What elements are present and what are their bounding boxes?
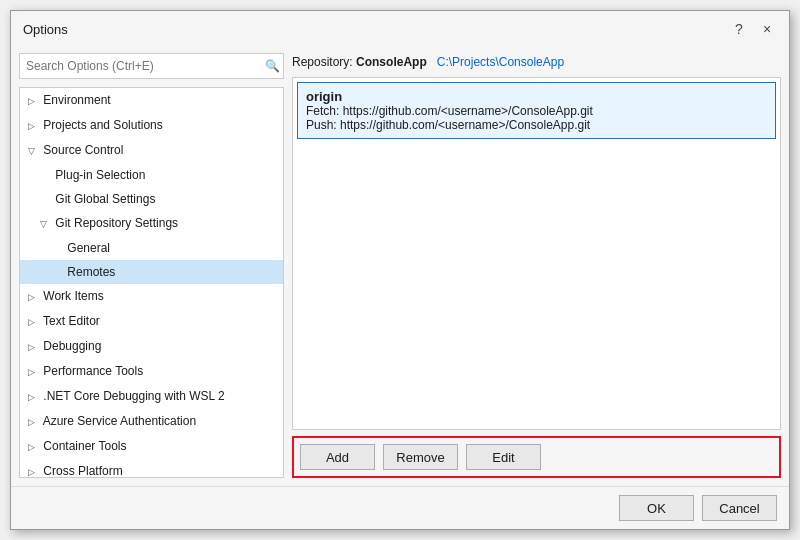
tree-label-remotes: Remotes bbox=[64, 265, 115, 279]
tree-item-azure-service-auth[interactable]: ▷ Azure Service Authentication bbox=[20, 409, 283, 434]
tree-item-work-items[interactable]: ▷ Work Items bbox=[20, 284, 283, 309]
remote-name: origin bbox=[306, 89, 767, 104]
tree-item-environment[interactable]: ▷ Environment bbox=[20, 88, 283, 113]
expand-icon-cross-platform: ▷ bbox=[28, 462, 40, 478]
buttons-area: Add Remove Edit bbox=[292, 436, 781, 478]
tree-label-text-editor: Text Editor bbox=[40, 314, 100, 328]
expand-icon-text-editor: ▷ bbox=[28, 312, 40, 332]
tree-item-text-editor[interactable]: ▷ Text Editor bbox=[20, 309, 283, 334]
tree-label-git-global-settings: Git Global Settings bbox=[52, 192, 155, 206]
ok-button[interactable]: OK bbox=[619, 495, 694, 521]
cancel-button[interactable]: Cancel bbox=[702, 495, 777, 521]
tree-item-projects-solutions[interactable]: ▷ Projects and Solutions bbox=[20, 113, 283, 138]
tree-item-container-tools[interactable]: ▷ Container Tools bbox=[20, 434, 283, 459]
repo-path: C:\Projects\ConsoleApp bbox=[437, 55, 564, 69]
tree-item-general[interactable]: General bbox=[20, 236, 283, 260]
tree-item-source-control[interactable]: ▽ Source Control bbox=[20, 138, 283, 163]
tree-label-performance-tools: Performance Tools bbox=[40, 364, 143, 378]
title-bar-left: Options bbox=[23, 22, 68, 37]
search-box: 🔍 bbox=[19, 53, 284, 79]
title-bar: Options ? × bbox=[11, 11, 789, 45]
remote-push: Push: https://github.com/<username>/Cons… bbox=[306, 118, 767, 132]
options-dialog: Options ? × 🔍 ▷ Environment▷ Projects an… bbox=[10, 10, 790, 530]
expand-icon-performance-tools: ▷ bbox=[28, 362, 40, 382]
expand-icon-source-control: ▽ bbox=[28, 141, 40, 161]
edit-button[interactable]: Edit bbox=[466, 444, 541, 470]
tree-label-source-control: Source Control bbox=[40, 143, 123, 157]
tree-item-debugging[interactable]: ▷ Debugging bbox=[20, 334, 283, 359]
search-icon: 🔍 bbox=[265, 59, 280, 73]
tree-item-net-core-debugging[interactable]: ▷ .NET Core Debugging with WSL 2 bbox=[20, 384, 283, 409]
expand-icon-debugging: ▷ bbox=[28, 337, 40, 357]
tree-item-cross-platform[interactable]: ▷ Cross Platform bbox=[20, 459, 283, 478]
right-panel: Repository: ConsoleApp C:\Projects\Conso… bbox=[292, 53, 781, 478]
tree-label-net-core-debugging: .NET Core Debugging with WSL 2 bbox=[40, 389, 225, 403]
close-button[interactable]: × bbox=[757, 19, 777, 39]
repo-label: Repository: bbox=[292, 55, 353, 69]
remove-button[interactable]: Remove bbox=[383, 444, 458, 470]
tree-item-git-global-settings[interactable]: Git Global Settings bbox=[20, 187, 283, 211]
repo-header: Repository: ConsoleApp C:\Projects\Conso… bbox=[292, 53, 781, 71]
expand-icon-git-repo-settings: ▽ bbox=[40, 214, 52, 234]
expand-icon-environment: ▷ bbox=[28, 91, 40, 111]
tree-label-projects-solutions: Projects and Solutions bbox=[40, 118, 163, 132]
tree-item-git-repo-settings[interactable]: ▽ Git Repository Settings bbox=[20, 211, 283, 236]
repo-name: ConsoleApp bbox=[356, 55, 427, 69]
tree-container[interactable]: ▷ Environment▷ Projects and Solutions▽ S… bbox=[19, 87, 284, 478]
tree-label-git-repo-settings: Git Repository Settings bbox=[52, 216, 178, 230]
expand-icon-work-items: ▷ bbox=[28, 287, 40, 307]
expand-icon-projects-solutions: ▷ bbox=[28, 116, 40, 136]
expand-icon-net-core-debugging: ▷ bbox=[28, 387, 40, 407]
expand-icon-azure-service-auth: ▷ bbox=[28, 412, 40, 432]
title-bar-right: ? × bbox=[729, 19, 777, 39]
tree-label-container-tools: Container Tools bbox=[40, 439, 127, 453]
remotes-list[interactable]: originFetch: https://github.com/<usernam… bbox=[292, 77, 781, 430]
tree-label-plugin-selection: Plug-in Selection bbox=[52, 168, 145, 182]
tree-item-remotes[interactable]: Remotes bbox=[20, 260, 283, 284]
search-input[interactable] bbox=[19, 53, 284, 79]
tree-label-work-items: Work Items bbox=[40, 289, 104, 303]
tree-label-general: General bbox=[64, 241, 110, 255]
tree-label-debugging: Debugging bbox=[40, 339, 101, 353]
tree-item-performance-tools[interactable]: ▷ Performance Tools bbox=[20, 359, 283, 384]
left-panel: 🔍 ▷ Environment▷ Projects and Solutions▽… bbox=[19, 53, 284, 478]
add-button[interactable]: Add bbox=[300, 444, 375, 470]
dialog-body: 🔍 ▷ Environment▷ Projects and Solutions▽… bbox=[11, 45, 789, 486]
remote-fetch: Fetch: https://github.com/<username>/Con… bbox=[306, 104, 767, 118]
tree-label-environment: Environment bbox=[40, 93, 111, 107]
tree-label-cross-platform: Cross Platform bbox=[40, 464, 123, 478]
tree-label-azure-service-auth: Azure Service Authentication bbox=[40, 414, 196, 428]
tree-item-plugin-selection[interactable]: Plug-in Selection bbox=[20, 163, 283, 187]
help-button[interactable]: ? bbox=[729, 19, 749, 39]
expand-icon-container-tools: ▷ bbox=[28, 437, 40, 457]
dialog-footer: OK Cancel bbox=[11, 486, 789, 529]
dialog-title: Options bbox=[23, 22, 68, 37]
remote-item-origin[interactable]: originFetch: https://github.com/<usernam… bbox=[297, 82, 776, 139]
